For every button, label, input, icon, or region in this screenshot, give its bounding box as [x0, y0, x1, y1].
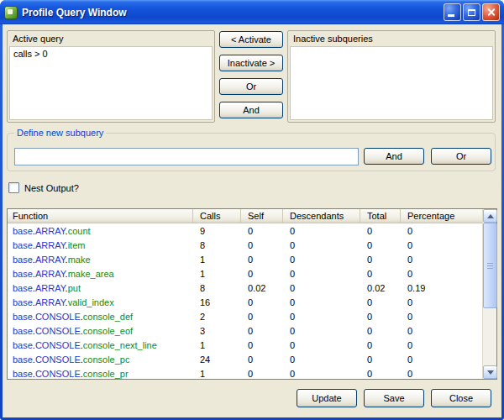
calls-cell: 3	[193, 326, 241, 336]
table-row[interactable]: base.CONSOLE.console_pr10000	[8, 366, 482, 379]
subquery-input[interactable]	[14, 148, 359, 165]
title-bar[interactable]: Profile Query Window	[0, 0, 504, 24]
percentage-cell: 0	[401, 312, 482, 322]
client-area: Active query calls > 0 < Activate Inacti…	[3, 24, 501, 417]
table-row[interactable]: base.ARRAY.put80.0200.020.19	[8, 281, 482, 295]
table-row[interactable]: base.CONSOLE.console_next_line10000	[8, 338, 482, 352]
function-cell: base.CONSOLE.console_eof	[8, 326, 193, 336]
save-button[interactable]: Save	[364, 389, 424, 407]
inactive-subqueries-panel: Inactive subqueries	[287, 30, 496, 123]
app-icon	[4, 6, 18, 19]
calls-cell: 1	[193, 255, 241, 265]
inactive-subqueries-label: Inactive subqueries	[288, 31, 495, 45]
self-cell: 0	[241, 255, 283, 265]
inactivate-button[interactable]: Inactivate >	[219, 55, 283, 71]
descendants-cell: 0	[283, 312, 360, 322]
self-cell: 0	[241, 354, 283, 365]
activate-button[interactable]: < Activate	[219, 31, 283, 48]
table-row[interactable]: base.CONSOLE.console_def20000	[8, 309, 482, 323]
and-button[interactable]: And	[219, 102, 283, 118]
calls-cell: 2	[193, 312, 241, 322]
table-row[interactable]: base.ARRAY.item80000	[8, 238, 482, 252]
descendants-cell: 0	[283, 354, 360, 365]
table-row[interactable]: base.CONSOLE.console_pc240000	[8, 352, 482, 366]
percentage-cell: 0	[401, 240, 482, 250]
nest-output-checkbox[interactable]	[8, 182, 19, 193]
function-cell: base.ARRAY.valid_index	[8, 297, 193, 307]
descendants-cell: 0	[283, 255, 360, 265]
table-row[interactable]: base.ARRAY.count90000	[8, 223, 482, 238]
or-button[interactable]: Or	[219, 78, 283, 95]
active-query-label: Active query	[8, 31, 214, 45]
table-row[interactable]: base.ARRAY.valid_index160000	[8, 295, 482, 309]
self-cell: 0	[241, 369, 283, 379]
calls-cell: 1	[193, 369, 241, 379]
close-icon	[486, 8, 496, 17]
total-cell: 0	[360, 312, 401, 322]
descendants-cell: 0	[283, 297, 360, 307]
total-cell: 0	[360, 326, 401, 336]
scroll-up-button[interactable]	[483, 209, 497, 223]
nest-output-row[interactable]: Nest Output?	[8, 182, 79, 193]
col-header-function[interactable]: Function	[8, 209, 193, 223]
close-button[interactable]	[482, 3, 500, 21]
table-row[interactable]: base.ARRAY.make10000	[8, 252, 482, 266]
function-cell: base.CONSOLE.console_def	[8, 312, 193, 322]
total-cell: 0	[360, 369, 401, 379]
total-cell: 0	[360, 297, 401, 307]
vertical-scrollbar[interactable]	[482, 209, 496, 379]
calls-cell: 8	[193, 283, 241, 293]
active-query-list[interactable]: calls > 0	[9, 46, 213, 120]
col-header-self[interactable]: Self	[241, 209, 283, 223]
descendants-cell: 0	[283, 283, 360, 293]
scrollbar-thumb[interactable]	[483, 223, 497, 308]
percentage-cell: 0	[401, 297, 482, 307]
close-window-button[interactable]: Close	[431, 389, 491, 407]
percentage-cell: 0	[401, 269, 482, 279]
maximize-icon	[468, 9, 475, 16]
minimize-button[interactable]	[444, 3, 461, 21]
update-button[interactable]: Update	[297, 389, 357, 407]
percentage-cell: 0	[401, 340, 482, 350]
inactive-subqueries-list[interactable]	[290, 46, 493, 120]
self-cell: 0	[241, 226, 283, 236]
col-header-calls[interactable]: Calls	[193, 209, 241, 223]
col-header-total[interactable]: Total	[360, 209, 401, 223]
calls-cell: 1	[193, 269, 241, 279]
table-row[interactable]: base.ARRAY.make_area10000	[8, 266, 482, 281]
self-cell: 0	[241, 240, 283, 250]
col-header-percentage[interactable]: Percentage	[401, 209, 482, 223]
total-cell: 0	[360, 240, 401, 250]
subquery-or-button[interactable]: Or	[431, 148, 491, 165]
descendants-cell: 0	[283, 326, 360, 336]
function-cell: base.ARRAY.make	[8, 255, 193, 265]
descendants-cell: 0	[283, 369, 360, 379]
define-subquery-group: Define new subquery And Or	[7, 133, 496, 171]
descendants-cell: 0	[283, 269, 360, 279]
percentage-cell: 0	[401, 326, 482, 336]
active-query-panel: Active query calls > 0	[7, 30, 215, 123]
descendants-cell: 0	[283, 340, 360, 350]
col-header-descendants[interactable]: Descendants	[283, 209, 360, 223]
calls-cell: 9	[193, 226, 241, 236]
function-cell: base.CONSOLE.console_pr	[8, 369, 193, 379]
function-cell: base.ARRAY.count	[8, 226, 193, 236]
nest-output-label[interactable]: Nest Output?	[24, 183, 79, 193]
self-cell: 0.02	[241, 283, 283, 293]
subquery-and-button[interactable]: And	[364, 148, 424, 165]
self-cell: 0	[241, 269, 283, 279]
percentage-cell: 0	[401, 255, 482, 265]
total-cell: 0	[360, 255, 401, 265]
active-query-item[interactable]: calls > 0	[10, 47, 212, 60]
table-row[interactable]: base.CONSOLE.console_eof30000	[8, 323, 482, 338]
function-cell: base.CONSOLE.console_next_line	[8, 340, 193, 350]
maximize-button[interactable]	[463, 3, 480, 21]
calls-cell: 24	[193, 354, 241, 365]
scroll-down-button[interactable]	[483, 365, 497, 379]
descendants-cell: 0	[283, 240, 360, 250]
percentage-cell: 0	[401, 369, 482, 379]
total-cell: 0	[360, 269, 401, 279]
function-cell: base.ARRAY.item	[8, 240, 193, 250]
percentage-cell: 0	[401, 226, 482, 236]
table-header: Function Calls Self Descendants Total Pe…	[8, 209, 482, 223]
